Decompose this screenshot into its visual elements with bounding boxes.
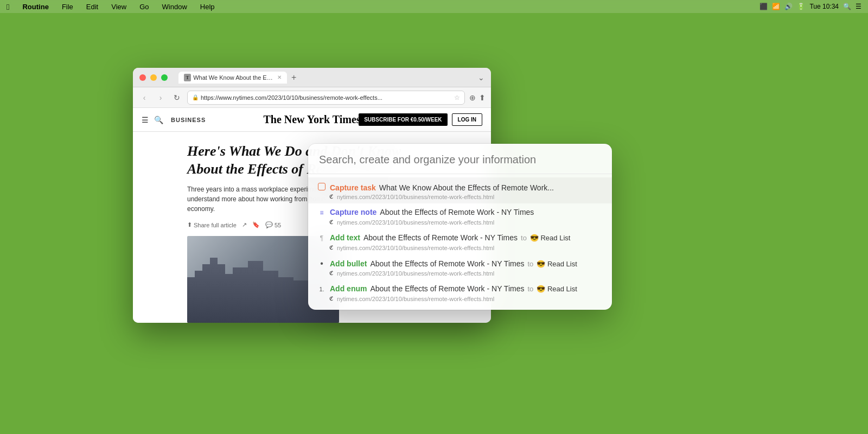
add-bullet-dest: 😎 Read List (537, 260, 577, 268)
browser-tab-bar: T What We Know About the Effe... ✕ + (178, 72, 474, 84)
search-results: Capture task What We Know About the Effe… (308, 174, 612, 310)
browser-share-icon[interactable]: ⬆ (479, 93, 486, 102)
add-bullet-to: to (527, 260, 533, 268)
nyt-header: ☰ 🔍 BUSINESS The New York Times SUBSCRIB… (133, 108, 491, 132)
menu-edit[interactable]: Edit (84, 3, 100, 11)
tab-favicon: T (184, 74, 191, 81)
volume-icon: 🔊 (784, 3, 793, 10)
add-text-label: Add text (330, 233, 360, 242)
nyt-favicon-2: ℭ (328, 219, 335, 226)
result-source-2: ℭ nytimes.com/2023/10/10/business/remote… (317, 219, 603, 226)
forward-action[interactable]: ↗ (242, 221, 247, 228)
wifi-icon: 📶 (772, 3, 780, 10)
tab-close-button[interactable]: ✕ (277, 74, 282, 80)
add-enum-content: About the Effects of Remote Work - NY Ti… (370, 284, 524, 293)
source-url-4: nytimes.com/2023/10/10/business/remote-w… (337, 270, 494, 277)
search-input[interactable] (319, 154, 601, 166)
control-center-icon[interactable]: ☰ (856, 3, 861, 10)
capture-task-text: What We Know About the Effects of Remote… (379, 183, 554, 192)
window-minimize-button[interactable] (150, 74, 157, 81)
source-url-5: nytimes.com/2023/10/10/business/remote-w… (337, 296, 494, 302)
source-url-2: nytimes.com/2023/10/10/business/remote-w… (337, 219, 494, 226)
comment-action[interactable]: 💬 55 (265, 221, 281, 228)
bookmark-action[interactable]: 🔖 (252, 221, 260, 228)
capture-task-label: Capture task (330, 183, 376, 192)
nyt-logo: The New York Times (263, 113, 360, 126)
bookmark-icon-nyt: 🔖 (252, 221, 260, 228)
apple-logo[interactable]:  (7, 2, 9, 11)
battery-icon: 🔋 (797, 3, 805, 10)
capture-note-label: Capture note (330, 208, 376, 216)
menubar:  Routine File Edit View Go Window Help … (0, 0, 868, 13)
checkbox-icon (317, 182, 327, 192)
result-add-enum[interactable]: 1. Add enum About the Effects of Remote … (308, 280, 612, 305)
address-bar[interactable]: 🔒 https://www.nytimes.com/2023/10/10/bus… (187, 91, 465, 105)
window-close-button[interactable] (139, 74, 146, 81)
share-full-article[interactable]: ⬆ Share full article (187, 221, 237, 228)
add-bullet-content: About the Effects of Remote Work - NY Ti… (370, 259, 524, 268)
browser-titlebar: T What We Know About the Effe... ✕ + ⌄ (133, 68, 491, 87)
browser-extension-icon[interactable]: ⊕ (469, 93, 476, 102)
app-name[interactable]: Routine (20, 3, 50, 11)
forward-icon: ↗ (242, 221, 247, 228)
result-add-bullet[interactable]: • Add bullet About the Effects of Remote… (308, 254, 612, 280)
source-url-3: nytimes.com/2023/10/10/business/remote-w… (337, 245, 494, 251)
menu-help[interactable]: Help (198, 3, 217, 11)
nyt-header-right: SUBSCRIBE FOR €0.50/WEEK LOG IN (359, 113, 482, 126)
airplay-icon: ⬛ (760, 3, 768, 10)
search-input-area (308, 144, 612, 174)
nyt-search-button[interactable]: 🔍 (154, 116, 163, 124)
window-expand-button[interactable]: ⌄ (478, 73, 484, 82)
add-text-to: to (521, 234, 527, 242)
add-bullet-label: Add bullet (330, 259, 367, 268)
menu-view[interactable]: View (109, 3, 129, 11)
menu-go[interactable]: Go (137, 3, 151, 11)
login-button[interactable]: LOG IN (452, 113, 482, 126)
add-enum-dest: 😎 Read List (537, 285, 577, 293)
result-capture-task[interactable]: Capture task What We Know About the Effe… (308, 177, 612, 203)
add-text-content: About the Effects of Remote Work - NY Ti… (363, 233, 518, 242)
result-add-text[interactable]: ¶ Add text About the Effects of Remote W… (308, 229, 612, 254)
new-tab-button[interactable]: + (291, 73, 296, 82)
window-maximize-button[interactable] (161, 74, 168, 81)
result-source-5: ℭ nytimes.com/2023/10/10/business/remote… (317, 295, 603, 302)
note-icon: ≡ (317, 208, 327, 218)
menu-window[interactable]: Window (160, 3, 189, 11)
share-icon: ⬆ (187, 221, 192, 228)
result-source-1: ℭ nytimes.com/2023/10/10/business/remote… (317, 193, 603, 200)
tab-title: What We Know About the Effe... (193, 74, 273, 81)
result-source-3: ℭ nytimes.com/2023/10/10/business/remote… (317, 244, 603, 251)
clock: Tue 10:34 (809, 3, 839, 10)
add-text-dest: 😎 Read List (530, 234, 571, 242)
reload-button[interactable]: ↻ (171, 92, 183, 104)
enum-icon: 1. (317, 284, 327, 294)
capture-note-text: About the Effects of Remote Work - NY Ti… (380, 208, 534, 216)
search-icon[interactable]: 🔍 (843, 3, 851, 10)
nyt-favicon-3: ℭ (328, 244, 335, 251)
add-enum-label: Add enum (330, 284, 367, 293)
nyt-section-label: BUSINESS (171, 117, 206, 123)
source-url-1: nytimes.com/2023/10/10/business/remote-w… (337, 194, 494, 200)
result-capture-note[interactable]: ≡ Capture note About the Effects of Remo… (308, 203, 612, 229)
result-source-4: ℭ nytimes.com/2023/10/10/business/remote… (317, 270, 603, 277)
nyt-menu-button[interactable]: ☰ (142, 116, 149, 124)
forward-button[interactable]: › (155, 92, 167, 104)
nyt-favicon-4: ℭ (328, 270, 335, 277)
menu-file[interactable]: File (60, 3, 75, 11)
browser-tab-active[interactable]: T What We Know About the Effe... ✕ (178, 72, 287, 84)
back-button[interactable]: ‹ (138, 92, 150, 104)
ssl-lock-icon: 🔒 (192, 94, 199, 100)
bullet-icon: • (317, 259, 327, 269)
nyt-favicon-1: ℭ (328, 193, 335, 200)
search-popup: Capture task What We Know About the Effe… (308, 144, 612, 310)
bookmark-icon[interactable]: ☆ (454, 94, 460, 101)
browser-toolbar: ‹ › ↻ 🔒 https://www.nytimes.com/2023/10/… (133, 87, 491, 108)
url-text: https://www.nytimes.com/2023/10/10/busin… (201, 94, 382, 101)
subscribe-button[interactable]: SUBSCRIBE FOR €0.50/WEEK (359, 113, 447, 126)
add-enum-to: to (527, 285, 533, 293)
text-icon: ¶ (317, 233, 327, 243)
comment-icon: 💬 (265, 221, 273, 228)
nyt-favicon-5: ℭ (328, 295, 335, 302)
